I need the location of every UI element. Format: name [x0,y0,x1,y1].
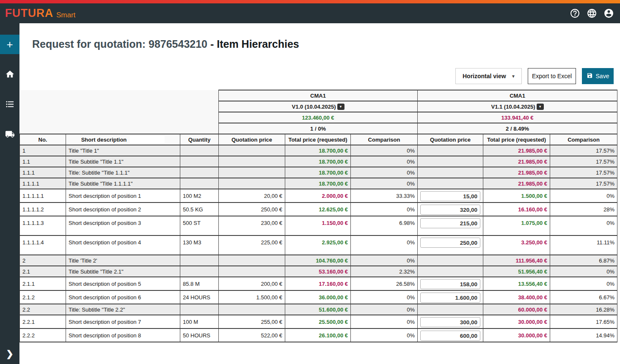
column-header-description: Short description [66,134,180,145]
quotation-price-input[interactable] [420,331,480,341]
row-quantity-cell: 85.8 M [180,277,219,290]
v2-total-price-cell: 30.000,00 € [483,328,550,342]
v1-comparison-cell: 0% [351,203,418,216]
quotation-price-input[interactable] [420,218,480,228]
row-number-cell: 1 [20,145,66,156]
v1-total-price-cell: 1.150,00 € [285,216,351,235]
v1-comparison-cell: 0% [351,255,418,266]
v2-comparison-cell: 17.57% [550,156,617,167]
row-quantity-cell: 50.5 KG [180,203,219,216]
table-row: 2.1.1 Short description of position 5 85… [20,277,617,290]
comparison-table: CMA1 CMA1 V1.0 (10.04.2025)▼ V1.1 (10.04… [19,90,617,342]
table-row: 2.2.1 Short description of position 7 10… [20,315,617,328]
view-mode-label: Horizontal view [463,73,506,79]
v1-total-price-cell: 18.700,00 € [285,167,351,178]
page-title: Request for quotation: 9876543210 - Item… [32,38,620,50]
supplier-version-label: V1.1 (10.04.2025) [491,104,535,110]
row-quantity-cell: 100 M2 [180,189,219,203]
supplier-version: V1.0 (10.04.2025)▼ [219,101,418,112]
v2-total-price-cell: 13.556,40 € [483,277,550,290]
v2-comparison-cell: 6.87% [550,255,617,266]
v2-quotation-price-cell [418,315,483,328]
quotation-price-input[interactable] [420,191,480,201]
quotation-price-input[interactable] [420,279,480,289]
table-row: 1.1.1.1.3 Short description of position … [20,216,617,235]
v1-quotation-price-cell: 522,00 € [219,328,285,342]
row-number-cell: 2.2 [20,304,66,315]
row-description-cell: Title: Subtitle "Title 2.2" [66,304,180,315]
v2-quotation-price-cell [418,255,483,266]
table-body: 1 Title "Title 1" 18.700,00 € 0% 21.985,… [20,145,617,342]
v1-quotation-price-cell [219,304,285,315]
page-title-number: Request for quotation: 9876543210 [32,38,207,50]
top-gradient-strip [0,0,620,3]
v1-total-price-cell: 17.160,00 € [285,277,351,290]
v1-total-price-cell: 36.000,00 € [285,290,351,304]
table-row: 1 Title "Title 1" 18.700,00 € 0% 21.985,… [20,145,617,156]
column-header-quotation-price: Quotation price [219,134,285,145]
column-header-quotation-price: Quotation price [418,134,483,145]
add-button[interactable]: + [0,35,19,54]
quotation-price-input[interactable] [420,317,480,327]
table-row: 1.1.1.1.4 Short description of position … [20,235,617,255]
chevron-right-icon: ❯ [6,349,14,359]
table-row: 2.2.2 Short description of position 8 50… [20,328,617,342]
table-row: 1.1.1 Title: Subtitle "Title 1.1.1" 18.7… [20,167,617,178]
table-row: 2.1 Title Subtitle "Title 2.1" 53.160,00… [20,266,617,277]
sidebar-item-list[interactable] [0,95,19,115]
v1-comparison-cell: 0% [351,315,418,328]
column-header-total-price: Total price (requested) [483,134,550,145]
v2-comparison-cell: 17.57% [550,167,617,178]
row-quantity-cell [180,255,219,266]
sidebar-expand-button[interactable]: ❯ [0,347,19,361]
version-dropdown-button[interactable]: ▼ [337,104,344,110]
v1-comparison-cell: 0% [351,304,418,315]
globe-icon[interactable] [587,8,597,19]
row-quantity-cell [180,156,219,167]
v1-total-price-cell: 18.700,00 € [285,178,351,189]
row-quantity-cell: 24 HOURS [180,290,219,304]
sidebar-item-home[interactable] [0,65,19,85]
v1-comparison-cell: 0% [351,235,418,255]
quotation-price-input[interactable] [420,238,480,248]
description-filter-input[interactable] [130,136,165,144]
row-description-cell: Short description of position 4 [66,235,180,255]
quotation-price-input[interactable] [420,205,480,215]
help-icon[interactable] [570,8,580,19]
account-icon[interactable] [603,8,614,19]
column-header-comparison: Comparison [351,134,418,145]
v1-quotation-price-cell [219,167,285,178]
row-quantity-cell: 130 M3 [180,235,219,255]
row-number-cell: 1.1.1.1 [20,178,66,189]
view-mode-select[interactable]: Horizontal view ▼ [455,68,522,84]
v2-total-price-cell: 111.956,40 € [483,255,550,266]
v1-comparison-cell: 0% [351,290,418,304]
v1-total-price-cell: 18.700,00 € [285,156,351,167]
quotation-price-input[interactable] [420,293,480,303]
v2-total-price-cell: 30.000,00 € [483,315,550,328]
column-header-description-label: Short description [81,137,127,143]
supplier-name: CMA1 [418,90,617,101]
v2-total-price-cell: 3.250,00 € [483,235,550,255]
save-button[interactable]: Save [582,68,614,84]
v2-total-price-cell: 21.985,00 € [483,167,550,178]
v1-quotation-price-cell: 230,00 € [219,216,285,235]
page-title-section: - Item Hierarchies [207,38,299,50]
export-to-excel-button[interactable]: Export to Excel [528,68,576,84]
v2-total-price-cell: 60.000,00 € [483,304,550,315]
row-quantity-cell [180,266,219,277]
v2-quotation-price-cell [418,290,483,304]
toolbar: Horizontal view ▼ Export to Excel Save [19,68,614,84]
row-number-cell: 2.2.1 [20,315,66,328]
main-content: Request for quotation: 9876543210 - Item… [19,23,620,364]
sidebar-item-shipping[interactable] [0,125,19,145]
version-dropdown-button[interactable]: ▼ [537,104,544,110]
row-number-cell: 1.1.1.1.1 [20,189,66,203]
v2-quotation-price-cell [418,235,483,255]
top-bar: FUTURA Smart [0,3,620,23]
row-description-cell: Short description of position 2 [66,203,180,216]
row-number-cell: 2.1 [20,266,66,277]
v2-comparison-cell: 0% [550,277,617,290]
row-description-cell: Title: Subtitle "Title 1.1.1" [66,167,180,178]
v2-total-price-cell: 1.500,00 € [483,189,550,203]
